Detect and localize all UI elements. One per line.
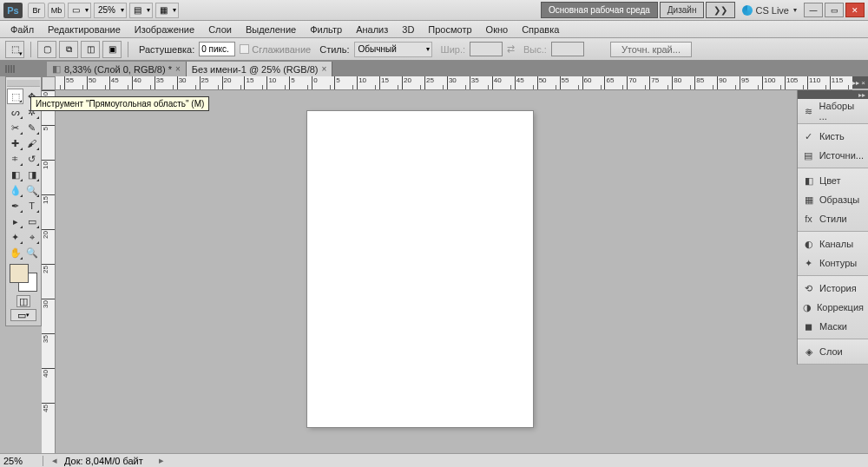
- history-brush-tool[interactable]: ↺: [23, 151, 40, 167]
- window-close-button[interactable]: ✕: [845, 3, 865, 17]
- layers-icon: ◈: [802, 345, 815, 358]
- selection-new-button[interactable]: ▢: [37, 41, 56, 58]
- horizontal-ruler[interactable]: 6055504540353025201510505101520253035404…: [42, 76, 852, 90]
- launch-minibridge-button[interactable]: Mb: [48, 3, 65, 18]
- quick-mask-button[interactable]: ◫: [16, 295, 30, 307]
- menu-file[interactable]: Файл: [3, 23, 41, 36]
- launch-bridge-button[interactable]: Br: [28, 3, 45, 18]
- gradient-tool[interactable]: ◨: [23, 167, 40, 182]
- marquee-tool[interactable]: ⬚: [7, 89, 23, 104]
- close-tab-icon[interactable]: ×: [322, 64, 327, 74]
- pen-tool[interactable]: ✒: [7, 198, 23, 214]
- workspace-main-button[interactable]: Основная рабочая среда: [541, 2, 658, 18]
- panel-adjustments[interactable]: ◑Коррекция: [798, 298, 868, 317]
- status-info-menu[interactable]: ▸: [159, 455, 164, 466]
- zoom-select[interactable]: 25%: [94, 3, 127, 18]
- selection-subtract-button[interactable]: ◫: [81, 41, 100, 58]
- document-tab-bar: ◧ 8,33% (Слой 0, RGB/8) * × Без имени-1 …: [0, 61, 868, 76]
- style-label: Стиль:: [319, 44, 349, 55]
- options-bar: ⬚▾ ▢ ⧉ ◫ ▣ Растушевка: Сглаживание Стиль…: [0, 38, 868, 61]
- hand-tool[interactable]: ✋: [7, 245, 23, 260]
- style-select[interactable]: Обычный: [354, 42, 432, 57]
- menu-filter[interactable]: Фильтр: [303, 23, 349, 36]
- panel-clone-source[interactable]: ▤Источни...: [798, 146, 868, 165]
- toolbox-gripper[interactable]: [7, 80, 40, 87]
- cs-live-icon: [742, 5, 753, 16]
- window-minimize-button[interactable]: —: [804, 3, 823, 17]
- shape-tool[interactable]: ▭: [23, 214, 40, 229]
- status-doc-info[interactable]: Док: 8,04M/0 байт: [57, 456, 150, 466]
- tool-preset-button[interactable]: ⬚▾: [5, 41, 24, 58]
- 3d-tool[interactable]: ✦: [7, 229, 23, 245]
- document-tab-1[interactable]: Без имени-1 @ 25% (RGB/8) ×: [187, 62, 333, 76]
- panel-history[interactable]: ⟲История: [798, 279, 868, 298]
- foreground-color[interactable]: [10, 264, 29, 283]
- cs-live-button[interactable]: CS Live▾: [742, 5, 797, 16]
- selection-intersect-button[interactable]: ▣: [102, 41, 122, 58]
- screen-mode-select[interactable]: ▭: [68, 3, 91, 18]
- tab-bar-gripper[interactable]: [5, 62, 40, 75]
- color-swatch[interactable]: [10, 264, 37, 292]
- vertical-ruler[interactable]: 051015202530354045: [42, 90, 56, 453]
- eyedropper-tool[interactable]: ✎: [23, 120, 40, 135]
- panel-dock-collapse-button[interactable]: ▸▸: [798, 90, 868, 99]
- brush-tool[interactable]: 🖌: [23, 135, 40, 151]
- healing-tool[interactable]: ✚: [7, 135, 23, 151]
- height-label: Выс.:: [523, 44, 547, 55]
- path-select-tool[interactable]: ▸: [7, 214, 23, 229]
- view-extras-select[interactable]: ▤: [129, 3, 153, 18]
- panel-color[interactable]: ◧Цвет: [798, 171, 868, 190]
- 3d-camera-tool[interactable]: ⌖: [23, 229, 40, 245]
- window-maximize-button[interactable]: ▭: [825, 3, 844, 17]
- zoom-tool[interactable]: 🔍: [23, 245, 40, 260]
- height-input: [551, 42, 584, 56]
- menu-select[interactable]: Выделение: [239, 23, 303, 36]
- swatches-icon: ▦: [802, 194, 815, 206]
- canvas-viewport[interactable]: [56, 90, 785, 453]
- menu-edit[interactable]: Редактирование: [41, 23, 128, 36]
- menu-layers[interactable]: Слои: [201, 23, 239, 36]
- menu-image[interactable]: Изображение: [128, 23, 201, 36]
- panel-paths[interactable]: ✦Контуры: [798, 253, 868, 273]
- selection-add-button[interactable]: ⧉: [59, 41, 78, 58]
- eraser-tool[interactable]: ◧: [7, 167, 23, 182]
- panel-collapse-button[interactable]: ▸▸ ×: [852, 76, 868, 89]
- stamp-tool[interactable]: ⧧: [7, 151, 23, 167]
- workspace-area: ▸▸ × 60555045403530252015105051015202530…: [0, 76, 868, 453]
- arrange-select[interactable]: ▦: [155, 3, 179, 18]
- menu-view[interactable]: Просмотр: [421, 23, 478, 36]
- panel-layers[interactable]: ◈Слои: [798, 342, 868, 361]
- document-tab-0[interactable]: ◧ 8,33% (Слой 0, RGB/8) * ×: [47, 62, 187, 76]
- panel-brush[interactable]: ✓Кисть: [798, 127, 868, 146]
- ruler-origin[interactable]: [42, 76, 56, 90]
- panel-presets[interactable]: ≋Наборы ...: [798, 102, 868, 121]
- title-bar: Ps Br Mb ▭ 25% ▤ ▦ Основная рабочая сред…: [0, 0, 868, 21]
- menu-analysis[interactable]: Анализ: [349, 23, 395, 36]
- panel-channels[interactable]: ◐Каналы: [798, 234, 868, 253]
- workspace-more-button[interactable]: ❯❯: [706, 2, 735, 18]
- document-canvas[interactable]: [307, 111, 533, 427]
- menu-window[interactable]: Окно: [479, 23, 516, 36]
- refine-edge-button[interactable]: Уточн. край...: [610, 42, 692, 57]
- app-logo: Ps: [3, 3, 23, 18]
- menu-3d[interactable]: 3D: [395, 23, 421, 36]
- feather-input[interactable]: [199, 42, 235, 56]
- close-tab-icon[interactable]: ×: [175, 64, 181, 74]
- panel-swatches[interactable]: ▦Образцы: [798, 190, 868, 209]
- type-tool[interactable]: T: [23, 198, 40, 214]
- crop-tool[interactable]: ✂: [7, 120, 23, 135]
- paths-icon: ✦: [802, 257, 815, 269]
- workspace-design-button[interactable]: Дизайн: [660, 2, 705, 18]
- blur-tool[interactable]: 💧: [7, 182, 23, 198]
- screen-mode-button[interactable]: ▭▾: [10, 309, 36, 321]
- lasso-tool[interactable]: ᔕ: [7, 104, 23, 120]
- menu-bar: Файл Редактирование Изображение Слои Выд…: [0, 21, 868, 38]
- dodge-tool[interactable]: 🔍: [23, 182, 40, 198]
- antialias-checkbox: Сглаживание: [240, 44, 311, 55]
- history-icon: ⟲: [802, 282, 815, 294]
- menu-help[interactable]: Справка: [515, 23, 566, 36]
- panel-styles[interactable]: fxСтили: [798, 209, 868, 228]
- panel-masks[interactable]: ◼Маски: [798, 317, 868, 336]
- status-zoom[interactable]: 25%: [0, 456, 43, 466]
- selection-mode-group: ▢ ⧉ ◫ ▣: [37, 41, 122, 58]
